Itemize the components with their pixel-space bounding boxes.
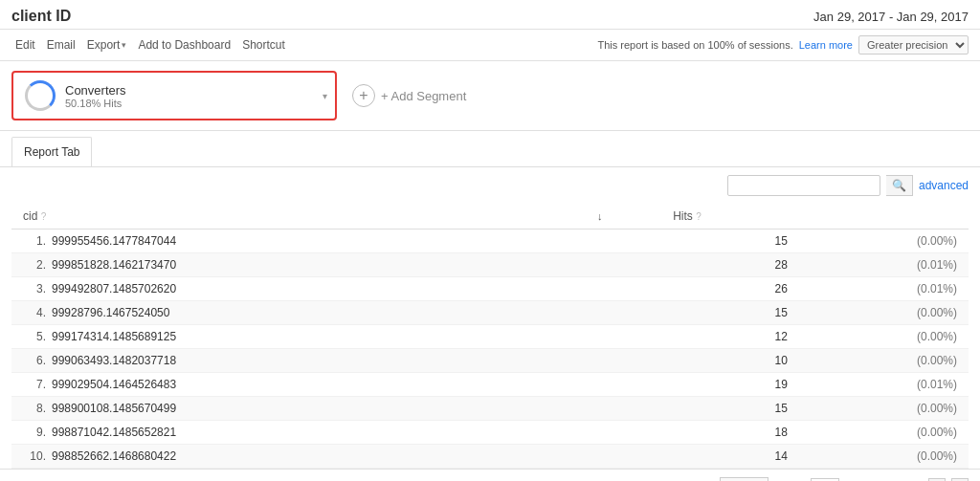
row-cid-value: 999174314.1485689125 <box>52 330 176 343</box>
table-row: 7.999029504.146452648319(0.01%) <box>11 373 969 397</box>
row-number: 7. <box>23 378 52 391</box>
row-cid-value: 999492807.1485702620 <box>52 282 176 295</box>
cell-hits: 14 <box>661 445 799 469</box>
cell-pct: (0.01%) <box>799 253 969 277</box>
table-controls: 🔍 advanced <box>0 167 980 204</box>
row-cid-value: 998900108.1485670499 <box>52 402 176 415</box>
segment-area: Converters 50.18% Hits ▾ + + Add Segment <box>0 61 980 131</box>
segment-chevron-icon: ▾ <box>323 91 327 101</box>
table-container: cid ? ↓ Hits ? 1.999955456.147784704415(… <box>0 204 980 469</box>
row-number: 4. <box>23 306 52 319</box>
cell-cid: 2.999851828.1462173470 <box>11 253 586 277</box>
sort-arrow-icon: ↓ <box>597 210 603 222</box>
cell-pct: (0.00%) <box>799 349 969 373</box>
cell-pct: (0.01%) <box>799 373 969 397</box>
table-row: 2.999851828.146217347028(0.01%) <box>11 253 969 277</box>
row-number: 3. <box>23 282 52 295</box>
show-rows-select[interactable]: 10 25 50 100 <box>720 477 768 481</box>
date-range: Jan 29, 2017 - Jan 29, 2017 <box>813 10 969 24</box>
page-title: client ID <box>11 8 71 25</box>
cell-cid: 10.998852662.1468680422 <box>11 445 586 469</box>
cell-hits: 12 <box>661 325 799 349</box>
add-segment-plus-icon: + <box>352 84 375 107</box>
cell-hits: 15 <box>661 301 799 325</box>
table-body: 1.999955456.147784704415(0.00%)2.9998518… <box>11 230 969 469</box>
segment-name: Converters <box>65 83 126 98</box>
precision-note: This report is based on 100% of sessions… <box>598 39 793 51</box>
email-button[interactable]: Email <box>43 36 79 54</box>
table-row: 9.998871042.148565282118(0.00%) <box>11 421 969 445</box>
row-cid-value: 998871042.1485652821 <box>52 426 176 439</box>
row-number: 5. <box>23 330 52 343</box>
table-row: 3.999492807.148570262026(0.01%) <box>11 277 969 301</box>
row-number: 9. <box>23 426 52 439</box>
table-row: 1.999955456.147784704415(0.00%) <box>11 230 969 253</box>
segment-icon <box>25 80 56 111</box>
col-header-sort[interactable]: ↓ <box>586 204 661 230</box>
cell-pct: (0.00%) <box>799 421 969 445</box>
table-row: 5.999174314.148568912512(0.00%) <box>11 325 969 349</box>
col-header-pct <box>799 204 969 230</box>
table-row: 8.998900108.148567049915(0.00%) <box>11 397 969 421</box>
row-cid-value: 999851828.1462173470 <box>52 258 176 272</box>
row-number: 1. <box>23 234 52 248</box>
header-bar: client ID Jan 29, 2017 - Jan 29, 2017 <box>0 0 980 30</box>
segment-stat: 50.18% Hits <box>65 98 126 109</box>
row-cid-value: 99928796.1467524050 <box>52 306 169 319</box>
cell-hits: 28 <box>661 253 799 277</box>
cell-cid: 4.99928796.1467524050 <box>11 301 586 325</box>
precision-select[interactable]: Greater precision Faster <box>858 35 969 55</box>
row-number: 6. <box>23 354 52 367</box>
segment-card[interactable]: Converters 50.18% Hits ▾ <box>11 71 337 120</box>
cell-hits: 26 <box>661 277 799 301</box>
add-to-dashboard-button[interactable]: Add to Dashboard <box>134 36 234 54</box>
col-header-hits: Hits ? <box>661 204 799 230</box>
row-number: 2. <box>23 258 52 272</box>
cell-hits: 15 <box>661 230 799 253</box>
row-number: 8. <box>23 402 52 415</box>
row-cid-value: 999955456.1477847044 <box>52 234 176 248</box>
cell-cid: 1.999955456.1477847044 <box>11 230 586 253</box>
cell-hits: 10 <box>661 349 799 373</box>
cell-cid: 7.999029504.1464526483 <box>11 373 586 397</box>
tabs-bar: Report Tab <box>0 131 980 167</box>
cell-cid: 5.999174314.1485689125 <box>11 325 586 349</box>
cell-pct: (0.00%) <box>799 301 969 325</box>
cell-cid: 9.998871042.1485652821 <box>11 421 586 445</box>
cell-pct: (0.00%) <box>799 325 969 349</box>
cell-cid: 6.999063493.1482037718 <box>11 349 586 373</box>
cell-pct: (0.00%) <box>799 397 969 421</box>
export-button[interactable]: Export ▾ <box>83 36 131 54</box>
row-number: 10. <box>23 449 52 463</box>
edit-button[interactable]: Edit <box>11 36 39 54</box>
table-row: 10.998852662.146868042214(0.00%) <box>11 445 969 469</box>
add-segment-button[interactable]: + + Add Segment <box>352 84 466 107</box>
cid-help-icon[interactable]: ? <box>41 211 47 222</box>
toolbar-right: This report is based on 100% of sessions… <box>598 35 969 55</box>
cell-pct: (0.01%) <box>799 277 969 301</box>
hits-help-icon[interactable]: ? <box>696 211 702 222</box>
export-dropdown-icon: ▾ <box>122 40 126 50</box>
table-row: 6.999063493.148203771810(0.00%) <box>11 349 969 373</box>
search-input[interactable] <box>727 175 880 196</box>
row-cid-value: 998852662.1468680422 <box>52 449 176 463</box>
table-row: 4.99928796.146752405015(0.00%) <box>11 301 969 325</box>
cell-pct: (0.00%) <box>799 445 969 469</box>
tab-report[interactable]: Report Tab <box>11 137 92 166</box>
cell-hits: 15 <box>661 397 799 421</box>
cell-cid: 8.998900108.1485670499 <box>11 397 586 421</box>
cell-hits: 19 <box>661 373 799 397</box>
learn-more-link[interactable]: Learn more <box>799 39 853 51</box>
cell-cid: 3.999492807.1485702620 <box>11 277 586 301</box>
toolbar: Edit Email Export ▾ Add to Dashboard Sho… <box>0 30 980 61</box>
row-cid-value: 999029504.1464526483 <box>52 378 176 391</box>
add-segment-label: + Add Segment <box>381 89 466 103</box>
col-header-cid: cid ? <box>11 204 586 230</box>
search-button[interactable]: 🔍 <box>886 175 913 196</box>
data-table: cid ? ↓ Hits ? 1.999955456.147784704415(… <box>11 204 969 469</box>
shortcut-button[interactable]: Shortcut <box>238 36 289 54</box>
cell-hits: 18 <box>661 421 799 445</box>
cell-pct: (0.00%) <box>799 230 969 253</box>
advanced-link[interactable]: advanced <box>919 179 969 192</box>
row-cid-value: 999063493.1482037718 <box>52 354 176 367</box>
